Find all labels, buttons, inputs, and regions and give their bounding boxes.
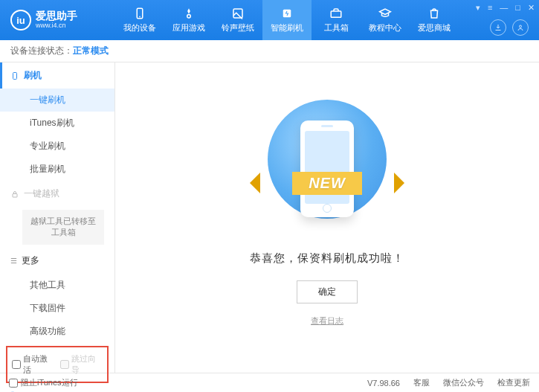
nav-store[interactable]: 爱思商城 [410,0,459,40]
sidebar-item-oneclick-flash[interactable]: 一键刷机 [0,89,114,112]
logo-area: iu 爱思助手 www.i4.cn [0,10,115,30]
user-button[interactable] [512,19,529,36]
sidebar-item-other-tools[interactable]: 其他工具 [0,274,114,297]
nav-tutorials[interactable]: 教程中心 [361,0,410,40]
store-icon [427,7,441,20]
minimize-icon[interactable]: — [500,3,508,13]
main-content: NEW 恭喜您，保资料刷机成功啦！ 确定 查看日志 [115,62,539,373]
sidebar-item-pro-flash[interactable]: 专业刷机 [0,135,114,158]
window-controls: ▾ ≡ — □ ✕ [476,3,535,13]
settings-icon[interactable]: ≡ [488,3,492,13]
nav-apps-games[interactable]: 应用游戏 [164,0,213,40]
footer-wechat[interactable]: 微信公众号 [443,377,484,388]
menu-icon[interactable]: ▾ [476,3,480,13]
flash-icon [280,7,294,20]
sidebar-group-more[interactable]: ☰ 更多 [0,248,114,274]
logo-icon: iu [10,10,31,30]
lock-icon [10,190,19,199]
footer-support[interactable]: 客服 [413,377,430,388]
flash-group-icon [10,71,19,80]
svg-rect-5 [331,11,341,17]
nav-smart-flash[interactable]: 智能刷机 [262,0,312,40]
sidebar-item-download-firmware[interactable]: 下载固件 [0,297,114,320]
main-nav: 我的设备 应用游戏 铃声壁纸 智能刷机 工具箱 教程中心 爱思商城 [115,0,459,40]
nav-toolbox[interactable]: 工具箱 [312,0,361,40]
nav-my-device[interactable]: 我的设备 [115,0,164,40]
nav-ringtone-wallpaper[interactable]: 铃声壁纸 [213,0,262,40]
check-auto-activate[interactable]: 自动激活 [12,353,54,376]
toolbox-icon [329,7,343,20]
svg-point-2 [187,15,191,19]
wallpaper-icon [231,7,245,20]
sidebar-group-jailbreak[interactable]: 一键越狱 [0,181,114,207]
download-button[interactable] [490,19,506,36]
svg-rect-8 [13,193,17,197]
app-icon [182,7,196,20]
status-label: 设备连接状态： [10,45,73,57]
app-title: 爱思助手 [36,10,77,22]
svg-rect-3 [233,9,242,18]
jailbreak-note: 越狱工具已转移至工具箱 [22,210,104,245]
svg-rect-7 [13,72,17,79]
status-bar: 设备连接状态： 正常模式 [0,40,539,62]
svg-point-6 [520,25,522,28]
tutorial-icon [378,7,392,20]
check-skip-setup[interactable]: 跳过向导 [60,353,103,376]
device-icon [133,7,146,20]
block-itunes-check[interactable]: 阻止iTunes运行 [9,377,78,388]
app-header: iu 爱思助手 www.i4.cn 我的设备 应用游戏 铃声壁纸 智能刷机 工具… [0,0,539,40]
maximize-icon[interactable]: □ [515,3,520,13]
sidebar-item-batch-flash[interactable]: 批量刷机 [0,158,114,181]
ok-button[interactable]: 确定 [297,280,358,303]
sidebar-item-itunes-flash[interactable]: iTunes刷机 [0,112,114,135]
sidebar: 刷机 一键刷机 iTunes刷机 专业刷机 批量刷机 一键越狱 越狱工具已转移至… [0,62,115,373]
sidebar-group-flash[interactable]: 刷机 [0,62,114,89]
app-subtitle: www.i4.cn [36,22,77,30]
version-label: V7.98.66 [367,379,400,388]
view-log-link[interactable]: 查看日志 [311,315,343,327]
close-icon[interactable]: ✕ [528,3,535,13]
success-message: 恭喜您，保资料刷机成功啦！ [250,251,404,266]
status-value: 正常模式 [73,45,109,57]
sidebar-item-advanced[interactable]: 高级功能 [0,320,114,343]
success-illustration: NEW [253,100,401,234]
new-ribbon: NEW [292,172,362,195]
footer-update[interactable]: 检查更新 [497,377,530,388]
chevron-icon: ☰ [10,257,17,265]
